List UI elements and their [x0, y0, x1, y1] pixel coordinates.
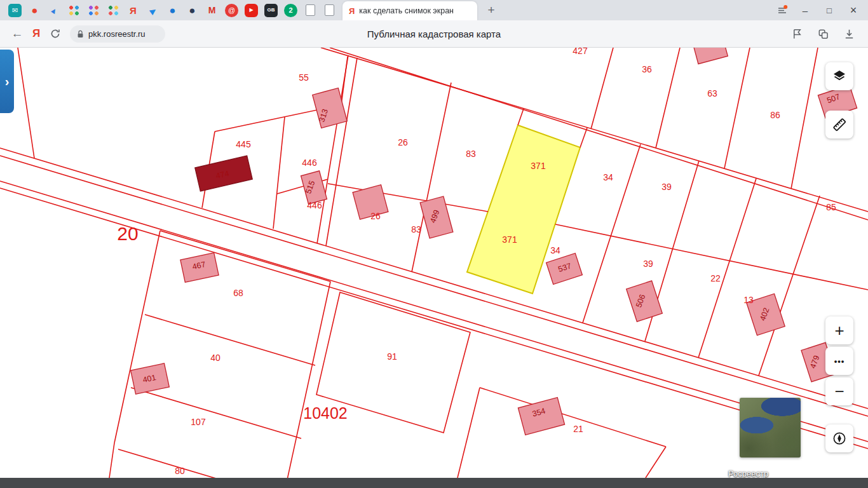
- address-bar[interactable]: pkk.rosreestr.ru: [70, 25, 165, 43]
- back-button[interactable]: ←: [8, 24, 27, 43]
- compass-icon: [832, 431, 847, 446]
- layers-icon: [832, 69, 847, 84]
- parcel-label: 446: [307, 200, 322, 210]
- tab-title: как сделать снимок экран: [359, 6, 471, 15]
- parcel-boundaries: [0, 48, 868, 478]
- blue-app-icon[interactable]: ●: [166, 4, 179, 17]
- yandex-icon[interactable]: Я: [126, 4, 140, 17]
- parcel-label-371: 371: [502, 234, 517, 245]
- twogis-icon[interactable]: 2: [284, 4, 297, 17]
- document-icon: [306, 4, 315, 16]
- yandex-home-button[interactable]: Я: [27, 24, 46, 43]
- menu-lines-icon: [776, 4, 788, 16]
- parcel-label: 36: [642, 64, 652, 74]
- search-panel-toggle[interactable]: ›: [0, 50, 14, 113]
- refresh-button[interactable]: [46, 24, 65, 43]
- zoom-out-button[interactable]: −: [825, 377, 853, 405]
- apps-grid-icon[interactable]: [87, 4, 100, 17]
- parcel-label: 83: [411, 224, 421, 234]
- parcel-label: 13: [743, 295, 754, 305]
- parcel-label: 446: [302, 158, 317, 168]
- layers-button[interactable]: [825, 62, 853, 90]
- more-tools-button[interactable]: •••: [825, 347, 853, 375]
- document-tab[interactable]: [301, 1, 320, 19]
- parcel-label: 21: [573, 424, 583, 434]
- building-top-edge: [693, 48, 728, 64]
- my-location-button[interactable]: [825, 424, 853, 452]
- parcel-label: 445: [236, 139, 251, 149]
- parcel-label: 22: [710, 273, 721, 283]
- rosreestr-watermark: Росреестр: [728, 469, 768, 478]
- youtube-icon[interactable]: ▶: [245, 4, 258, 17]
- parcel-label: 86: [770, 110, 780, 120]
- window-controls: – □ ×: [776, 4, 863, 17]
- parcel-label: 34: [550, 245, 560, 255]
- document-tab[interactable]: [320, 1, 339, 19]
- mailru-icon[interactable]: @: [225, 4, 238, 17]
- red-badge-icon[interactable]: ●: [28, 4, 41, 17]
- parcel-label: 26: [370, 211, 381, 221]
- navigation-toolbar: ← Я pkk.rosreestr.ru Публичная кадастров…: [0, 20, 868, 48]
- parcel-label-371: 371: [531, 161, 546, 171]
- minimize-button[interactable]: –: [798, 5, 812, 16]
- map-canvas[interactable]: 55 313 427 36 63 86 507 445 446 474 515 …: [0, 48, 868, 478]
- apps-grid-icon[interactable]: [67, 4, 81, 17]
- gb-icon[interactable]: GB: [264, 4, 278, 17]
- notification-dot: [783, 5, 787, 9]
- navigator-icon[interactable]: ▲: [45, 1, 64, 19]
- maximize-button[interactable]: □: [822, 6, 836, 15]
- mail-m-icon[interactable]: M: [205, 4, 219, 17]
- parcel-label: 63: [707, 88, 717, 98]
- tab-strip: ✉ ● ▲ Я ▶ ● ● M @ ▶ GB 2 Я как сделать с…: [0, 0, 868, 20]
- lock-icon: [76, 29, 85, 39]
- yandex-favicon: Я: [349, 6, 355, 16]
- collections-icon[interactable]: [817, 28, 829, 40]
- parcel-label: 68: [233, 288, 243, 298]
- refresh-icon: [50, 28, 61, 39]
- quarter-label-20: 20: [117, 223, 138, 244]
- parcel-label: 34: [603, 172, 613, 182]
- dark-app-icon[interactable]: ●: [186, 4, 199, 17]
- bookmark-flag-icon[interactable]: [791, 28, 803, 40]
- sidebar-panel-icon[interactable]: [776, 4, 788, 16]
- parcel-label: 55: [299, 72, 309, 83]
- parcel-label: 427: [573, 48, 588, 56]
- parcel-label: 85: [826, 202, 836, 212]
- basemap-preview-thumbnail[interactable]: [740, 398, 801, 458]
- url-text: pkk.rosreestr.ru: [88, 29, 146, 39]
- browser-window: ✉ ● ▲ Я ▶ ● ● M @ ▶ GB 2 Я как сделать с…: [0, 0, 868, 488]
- parcel-label: 91: [387, 351, 397, 362]
- parcel-label: 40: [210, 353, 220, 363]
- toolbar-right-icons: [791, 28, 860, 40]
- downloads-icon[interactable]: [843, 28, 855, 40]
- zoom-in-button[interactable]: +: [825, 316, 853, 344]
- send-icon[interactable]: ▶: [144, 1, 162, 19]
- measure-button[interactable]: [825, 111, 853, 139]
- ruler-icon: [831, 116, 848, 133]
- page-title: Публичная кадастровая карта: [367, 29, 501, 39]
- close-button[interactable]: ×: [846, 4, 860, 17]
- new-tab-button[interactable]: +: [484, 3, 499, 17]
- active-tab[interactable]: Я как сделать снимок экран: [342, 1, 477, 20]
- parcel-label: 107: [191, 417, 206, 427]
- bottom-strip: [0, 478, 868, 488]
- document-icon: [325, 4, 334, 16]
- parcel-label: 80: [175, 466, 185, 476]
- parcel-label: 39: [661, 182, 672, 192]
- quarter-label-10402: 10402: [303, 404, 348, 422]
- apps-grid-icon[interactable]: [107, 4, 120, 17]
- cadastral-map[interactable]: 55 313 427 36 63 86 507 445 446 474 515 …: [0, 48, 868, 478]
- parcel-label: 83: [466, 149, 476, 159]
- mail-icon[interactable]: ✉: [8, 4, 22, 17]
- parcel-label: 26: [398, 137, 408, 147]
- parcel-label: 39: [643, 259, 653, 269]
- chevron-right-icon: ›: [5, 74, 10, 89]
